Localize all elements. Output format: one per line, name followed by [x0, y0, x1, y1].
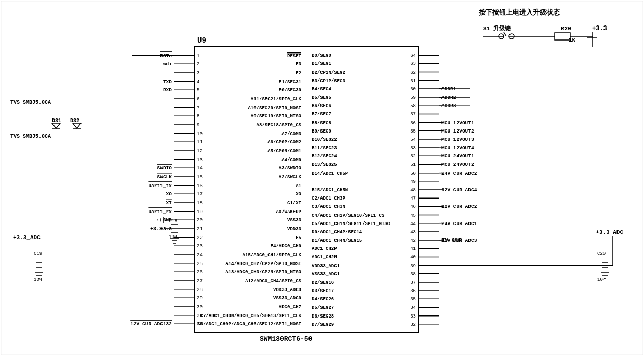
schematic-view: [0, 0, 644, 356]
schematic-canvas: [0, 0, 644, 356]
